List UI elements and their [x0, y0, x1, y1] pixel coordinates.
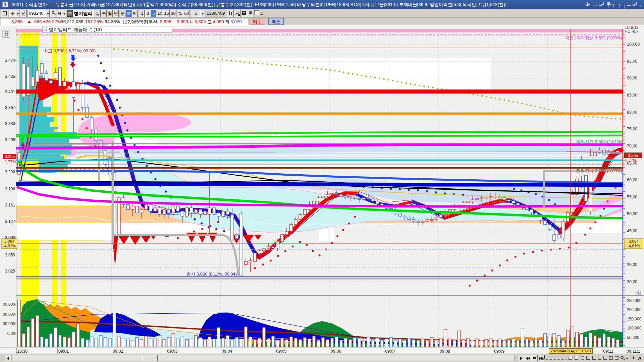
svg-text:00,000: 00,000 — [3, 321, 15, 326]
svg-text:55,00: 55,00 — [627, 195, 637, 199]
svg-text:45,00: 45,00 — [627, 229, 637, 233]
svg-text:최저 3,020 (8,11%, 09:04): 최저 3,020 (8,11%, 09:04) — [186, 272, 237, 277]
svg-text:75,00: 75,00 — [627, 127, 637, 131]
svg-text:-4,81%: -4,81% — [3, 244, 16, 248]
svg-text:200,000: 200,000 — [627, 307, 642, 312]
svg-text:3,161: 3,161 — [5, 203, 15, 207]
svg-text:3,127: 3,127 — [5, 219, 15, 224]
svg-text:3,230: 3,230 — [5, 170, 15, 174]
svg-text:3,196: 3,196 — [5, 187, 15, 191]
svg-text:최고 3,500 (-6,71%, 09:00): 최고 3,500 (-6,71%, 09:00) — [44, 48, 96, 53]
svg-text:3,367: 3,367 — [5, 105, 15, 110]
svg-text:00,000: 00,000 — [3, 302, 15, 307]
svg-text:90,00: 90,00 — [627, 76, 637, 80]
svg-text:50,000: 50,000 — [627, 335, 639, 340]
svg-text:당일시가 3,305 (2,01%): 당일시가 3,305 (2,01%) — [576, 139, 622, 144]
svg-text:3,333: 3,333 — [5, 121, 15, 126]
svg-text:250,000: 250,000 — [627, 298, 642, 303]
svg-text:피봇1차저항선 3,532 (9,00%): 피봇1차저항선 3,532 (9,00%) — [565, 35, 622, 40]
svg-text:100,000: 100,000 — [627, 326, 642, 330]
svg-text:60,00: 60,00 — [627, 178, 637, 182]
svg-text:3,470: 3,470 — [5, 58, 15, 63]
svg-text:80,00: 80,00 — [627, 110, 637, 115]
svg-text:3,265: 3,265 — [5, 154, 15, 159]
svg-text:-4,81%: -4,81% — [627, 244, 640, 248]
svg-text:95,00: 95,00 — [627, 59, 637, 64]
svg-text:3,401: 3,401 — [5, 89, 15, 94]
svg-text:30,00: 30,00 — [627, 280, 637, 284]
svg-text:3,084: 3,084 — [629, 239, 639, 244]
svg-text:85,00: 85,00 — [627, 93, 637, 98]
svg-text:0,77%: 0,77% — [625, 158, 637, 163]
svg-text:HC:-6,7: HC:-6,7 — [625, 29, 639, 34]
svg-text:0,00: 0,00 — [7, 331, 15, 336]
svg-text:3,265: 3,265 — [628, 153, 638, 158]
svg-text:3,084: 3,084 — [4, 239, 14, 244]
svg-text:x: x — [638, 291, 639, 295]
svg-text:3,298: 3,298 — [5, 137, 15, 142]
svg-text:00,000: 00,000 — [3, 312, 15, 317]
svg-text:35,00: 35,00 — [627, 262, 637, 267]
svg-text:70,00: 70,00 — [627, 144, 637, 148]
svg-text:3,059: 3,059 — [5, 253, 15, 257]
svg-text:100,00: 100,00 — [627, 42, 640, 47]
svg-text:전일종가 3,240 (0,00%): 전일종가 3,240 (0,00%) — [576, 168, 622, 173]
svg-text:형지엘리트 매물대 수(13): 형지엘리트 매물대 수(13) — [49, 27, 102, 32]
svg-text:3,025: 3,025 — [5, 269, 15, 274]
svg-text:150,000: 150,000 — [627, 317, 642, 321]
svg-text:1,77%: 1,77% — [5, 160, 16, 164]
svg-text:3,435: 3,435 — [5, 74, 15, 79]
svg-text:50,00: 50,00 — [627, 212, 637, 216]
